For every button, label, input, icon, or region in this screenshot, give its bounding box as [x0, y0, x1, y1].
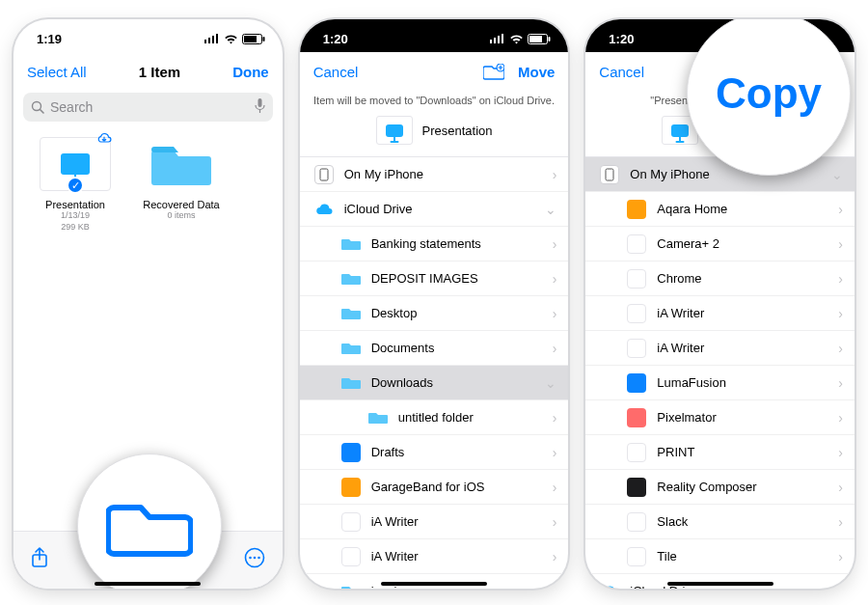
home-indicator: [381, 582, 487, 586]
move-destination-label: Item will be moved to "Downloads" on iCl…: [300, 91, 569, 108]
row-luma[interactable]: LumaFusion›: [585, 366, 854, 400]
folder-item-count: 0 items: [139, 210, 224, 222]
chip-name: Presentation: [422, 124, 493, 138]
chevron-right-icon: ›: [838, 445, 843, 460]
row-documents[interactable]: Documents›: [300, 331, 569, 366]
cancel-button[interactable]: Cancel: [599, 64, 644, 80]
cloud-icon: [313, 203, 335, 216]
svg-rect-22: [549, 37, 551, 41]
row-tile[interactable]: Tile›: [585, 539, 854, 574]
chevron-down-icon: ⌄: [831, 167, 843, 182]
phone-icon: [600, 165, 619, 184]
phone-icon: [314, 165, 334, 184]
chevron-right-icon: ›: [553, 306, 557, 321]
row-on-my-iphone[interactable]: On My iPhone›: [300, 157, 569, 192]
done-button[interactable]: Done: [232, 64, 269, 80]
chevron-right-icon: ›: [553, 341, 557, 356]
row-downloads[interactable]: Downloads⌄: [300, 366, 569, 400]
row-ia2[interactable]: iA Writer›: [585, 331, 854, 366]
chevron-down-icon: ⌄: [545, 375, 556, 391]
row-pixelmator[interactable]: Pixelmator›: [585, 400, 854, 435]
status-time: 1:20: [323, 32, 348, 46]
svg-point-14: [253, 557, 256, 560]
selected-checkmark-icon: ✓: [67, 177, 84, 194]
chevron-right-icon: ›: [838, 375, 843, 391]
app-icon-luma: [627, 373, 646, 393]
item-chip: Presentation: [300, 108, 569, 156]
row-label: Desktop: [371, 306, 418, 320]
svg-rect-9: [258, 98, 261, 107]
row-drafts[interactable]: Drafts›: [300, 435, 569, 470]
location-list[interactable]: On My iPhone› iCloud Drive⌄ Banking stat…: [300, 156, 569, 589]
dictate-icon[interactable]: [255, 98, 265, 117]
share-button[interactable]: [31, 547, 48, 573]
chevron-right-icon: ›: [553, 271, 557, 287]
svg-rect-6: [262, 37, 264, 41]
copy-label: Copy: [716, 69, 822, 118]
select-all-button[interactable]: Select All: [27, 64, 87, 80]
app-icon-pixelmator: [627, 408, 646, 427]
row-deposit[interactable]: DEPOSIT IMAGES›: [300, 261, 569, 296]
row-print[interactable]: PRINT›: [585, 435, 854, 470]
svg-rect-25: [606, 169, 613, 180]
row-label: Slack: [657, 514, 688, 529]
row-label: LumaFusion: [657, 375, 726, 390]
row-garageband[interactable]: GarageBand for iOS›: [300, 470, 569, 505]
row-aqara[interactable]: Aqara Home›: [585, 192, 854, 227]
chevron-right-icon: ›: [838, 202, 843, 217]
file-name: Presentation: [33, 199, 118, 210]
row-ia1[interactable]: iA Writer›: [300, 505, 569, 539]
app-icon-slack: [627, 512, 646, 532]
svg-rect-2: [212, 36, 214, 43]
chevron-right-icon: ›: [838, 514, 843, 530]
row-icloud-drive[interactable]: iCloud Drive⌄: [300, 192, 569, 227]
row-reality[interactable]: Reality Composer›: [585, 470, 854, 505]
row-on-my-iphone[interactable]: On My iPhone⌄: [585, 157, 854, 192]
row-ia1[interactable]: iA Writer›: [585, 296, 854, 331]
app-icon-reality: [627, 478, 646, 497]
app-icon-iawriter: [341, 547, 361, 566]
chevron-right-icon: ›: [553, 236, 557, 252]
row-desktop[interactable]: Desktop›: [300, 296, 569, 331]
magnifier-move-icon: [77, 454, 222, 589]
row-label: On My iPhone: [344, 167, 423, 181]
svg-rect-16: [490, 40, 492, 43]
file-tile-presentation[interactable]: ✓ Presentation 1/13/19 299 KB: [33, 137, 118, 233]
cellular-icon: [490, 34, 505, 43]
status-time: 1:20: [609, 32, 634, 46]
keynote-icon: [61, 153, 90, 175]
row-camera[interactable]: Camera+ 2›: [585, 227, 854, 261]
chevron-down-icon: ⌄: [831, 584, 843, 590]
row-untitled[interactable]: untitled folder›: [300, 400, 569, 435]
more-button[interactable]: [244, 547, 265, 573]
row-label: DEPOSIT IMAGES: [371, 271, 478, 286]
search-icon: [31, 100, 44, 114]
nav-title: 1 Item: [139, 64, 180, 80]
chevron-right-icon: ›: [553, 445, 557, 460]
new-folder-button[interactable]: [483, 64, 504, 80]
svg-point-15: [258, 557, 260, 560]
location-list[interactable]: On My iPhone⌄ Aqara Home› Camera+ 2› Chr…: [585, 156, 854, 589]
row-banking[interactable]: Banking statements›: [300, 227, 569, 261]
row-ia2[interactable]: iA Writer›: [300, 539, 569, 574]
row-label: Reality Composer: [657, 480, 756, 494]
file-date: 1/13/19: [33, 210, 118, 222]
chevron-right-icon: ›: [838, 271, 843, 287]
cancel-button[interactable]: Cancel: [313, 64, 359, 80]
row-slack[interactable]: Slack›: [585, 505, 854, 539]
app-icon-cameraplus: [627, 234, 646, 254]
status-time: 1:19: [37, 32, 62, 46]
chevron-right-icon: ›: [553, 549, 557, 564]
move-confirm-button[interactable]: Move: [518, 64, 555, 80]
row-chrome[interactable]: Chrome›: [585, 261, 854, 296]
chevron-right-icon: ›: [838, 549, 843, 564]
home-indicator: [95, 582, 201, 586]
chevron-right-icon: ›: [838, 306, 843, 321]
search-input[interactable]: Search: [23, 93, 273, 122]
row-label: Tile: [657, 549, 676, 564]
app-icon-aqara: [627, 200, 646, 219]
folder-tile-recovered[interactable]: Recovered Data 0 items: [139, 137, 224, 233]
chevron-right-icon: ›: [838, 480, 843, 495]
chevron-right-icon: ›: [838, 236, 843, 252]
row-label: On My iPhone: [630, 167, 709, 181]
